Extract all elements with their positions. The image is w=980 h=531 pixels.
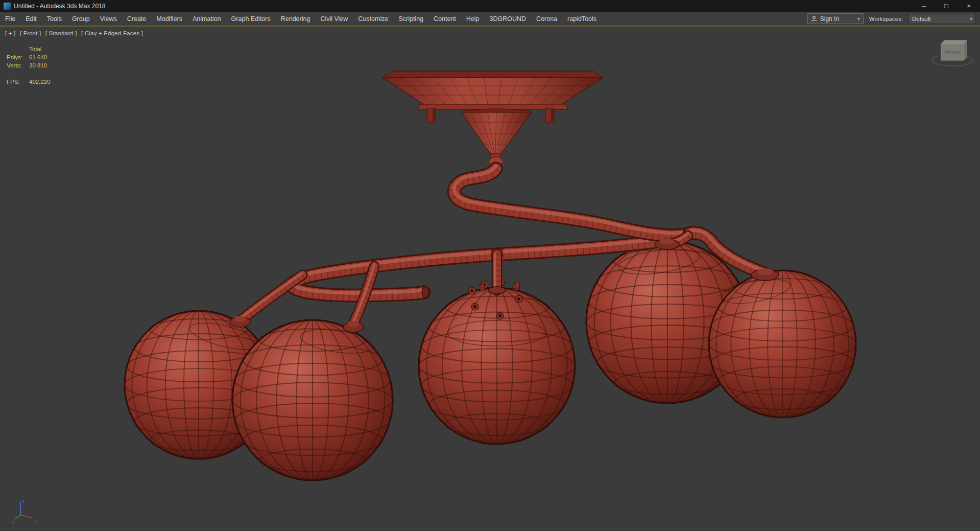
- window-title: Untitled - Autodesk 3ds Max 2018: [14, 3, 105, 10]
- menu-item-customize[interactable]: Customize: [353, 15, 393, 22]
- stats-verts-value: 30 810: [29, 61, 51, 70]
- mount-nut-left: [427, 108, 436, 124]
- menu-item-tools[interactable]: Tools: [42, 15, 67, 22]
- axis-tripod: x y z: [12, 499, 37, 524]
- axis-x-label: x: [34, 518, 37, 523]
- axis-z-label: z: [22, 499, 25, 504]
- tube-end-cap: [422, 287, 429, 298]
- viewcube-front-label[interactable]: FRONT: [944, 50, 961, 55]
- menu-item-views[interactable]: Views: [95, 15, 122, 22]
- workspaces-label: Workspaces:: [869, 16, 903, 22]
- chevron-down-icon: ▾: [857, 16, 860, 21]
- menu-item-graph-editors[interactable]: Graph Editors: [226, 15, 276, 22]
- user-icon: [811, 16, 817, 22]
- sphere-2[interactable]: [232, 320, 393, 480]
- cone-body[interactable]: [461, 109, 532, 168]
- menu-item-scripting[interactable]: Scripting: [393, 15, 428, 22]
- mount-nut-right: [545, 108, 554, 124]
- menu-item-rendering[interactable]: Rendering: [276, 15, 316, 22]
- minimize-button[interactable]: –: [913, 0, 935, 12]
- workspace-dropdown[interactable]: Default ▾: [909, 14, 976, 24]
- menu-item-3dground[interactable]: 3DGROUND: [485, 15, 532, 22]
- stats-polys-value: 61 640: [29, 53, 51, 61]
- menu-bar: File Edit Tools Group Views Create Modif…: [0, 12, 980, 26]
- viewport-label-menu[interactable]: [ + ]: [5, 30, 16, 36]
- chevron-down-icon: ▾: [970, 16, 972, 21]
- title-bar: Untitled - Autodesk 3ds Max 2018 – □ ×: [0, 0, 980, 12]
- sphere-5[interactable]: [709, 270, 856, 418]
- close-button[interactable]: ×: [958, 0, 980, 12]
- menu-item-modifiers[interactable]: Modifiers: [151, 15, 187, 22]
- menu-item-civil-view[interactable]: Civil View: [315, 15, 353, 22]
- viewport-label-view[interactable]: [ Front ]: [20, 30, 41, 36]
- stats-total-header: Total: [29, 45, 51, 53]
- app-icon[interactable]: [4, 3, 11, 10]
- viewport[interactable]: FRONT x y z [ + ] [ Front ] [ Standard ]…: [0, 27, 980, 531]
- menu-item-rapidtools[interactable]: rapidTools: [562, 15, 602, 22]
- menu-item-file[interactable]: File: [0, 15, 20, 22]
- stats-fps-label: FPS:: [7, 78, 29, 86]
- menu-item-content[interactable]: Content: [428, 15, 461, 22]
- maximize-button[interactable]: □: [935, 0, 958, 12]
- viewport-canvas[interactable]: FRONT x y z: [0, 27, 980, 531]
- stats-fps-value: 402,220: [29, 78, 51, 86]
- window-controls: – □ ×: [913, 0, 980, 12]
- menu-item-group[interactable]: Group: [67, 15, 95, 22]
- viewport-label-renderer[interactable]: [ Standard ]: [45, 30, 77, 36]
- workspace-value: Default: [912, 16, 930, 22]
- sphere-3[interactable]: [419, 279, 575, 444]
- stats-polys-label: Polys:: [7, 53, 29, 61]
- viewport-label: [ + ] [ Front ] [ Standard ] [ Clay + Ed…: [5, 30, 146, 36]
- menu-item-help[interactable]: Help: [461, 15, 485, 22]
- stats-verts-label: Verts:: [7, 61, 29, 70]
- sign-in-button[interactable]: Sign In ▾: [807, 13, 864, 24]
- menu-item-animation[interactable]: Animation: [187, 15, 226, 22]
- axis-y-label: y: [12, 519, 15, 524]
- menu-item-edit[interactable]: Edit: [20, 15, 42, 22]
- sign-in-label: Sign In: [820, 15, 839, 22]
- viewport-label-shading[interactable]: [ Clay + Edged Faces ]: [81, 30, 143, 36]
- viewcube[interactable]: FRONT: [932, 40, 973, 66]
- menu-item-create[interactable]: Create: [122, 15, 152, 22]
- menu-item-corona[interactable]: Corona: [531, 15, 562, 22]
- statistics-overlay: Total Polys:61 640 Verts:30 810 FPS:402,…: [7, 45, 51, 86]
